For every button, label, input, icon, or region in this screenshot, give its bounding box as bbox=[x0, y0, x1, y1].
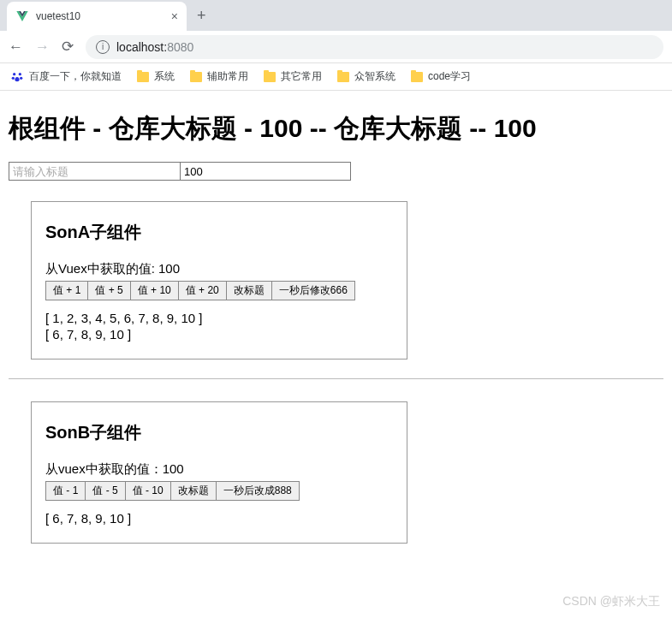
son-a-component: SonA子组件 从Vuex中获取的值: 100 值 + 1 值 + 5 值 + … bbox=[31, 201, 407, 360]
bookmark-folder-2[interactable]: 其它常用 bbox=[264, 69, 322, 84]
folder-icon bbox=[337, 72, 349, 82]
bookmarks-bar: 百度一下，你就知道 系统 辅助常用 其它常用 众智系统 code学习 bbox=[0, 63, 672, 91]
btn-plus-5[interactable]: 值 + 5 bbox=[87, 281, 130, 300]
folder-icon bbox=[190, 72, 202, 82]
bookmark-label: 众智系统 bbox=[354, 69, 395, 84]
btn-delay-888[interactable]: 一秒后改成888 bbox=[216, 481, 300, 501]
bookmark-folder-4[interactable]: code学习 bbox=[411, 69, 471, 84]
son-b-buttons: 值 - 1 值 - 5 值 - 10 改标题 一秒后改成888 bbox=[45, 481, 393, 501]
son-b-array-1: [ 6, 7, 8, 9, 10 ] bbox=[45, 511, 393, 526]
svg-point-3 bbox=[20, 76, 22, 79]
reload-icon[interactable]: ⟳ bbox=[62, 38, 74, 56]
folder-icon bbox=[411, 72, 423, 82]
address-bar[interactable]: i localhost:8080 bbox=[86, 35, 663, 59]
bookmark-label: 辅助常用 bbox=[207, 69, 248, 84]
bookmark-label: 其它常用 bbox=[281, 69, 322, 84]
son-b-title: SonB子组件 bbox=[45, 421, 393, 444]
son-a-array-2: [ 6, 7, 8, 9, 10 ] bbox=[45, 327, 393, 342]
btn-plus-10[interactable]: 值 + 10 bbox=[130, 281, 179, 300]
bookmark-baidu[interactable]: 百度一下，你就知道 bbox=[10, 69, 122, 84]
tab-title: vuetest10 bbox=[36, 10, 164, 22]
svg-point-2 bbox=[12, 76, 15, 79]
bookmark-folder-3[interactable]: 众智系统 bbox=[337, 69, 395, 84]
divider bbox=[9, 378, 663, 379]
btn-plus-1[interactable]: 值 + 1 bbox=[45, 281, 88, 300]
browser-toolbar: ← → ⟳ i localhost:8080 bbox=[0, 31, 672, 63]
son-b-value-label: 从vuex中获取的值：100 bbox=[45, 461, 393, 478]
btn-delay-666[interactable]: 一秒后修改666 bbox=[271, 281, 355, 300]
tab-bar: vuetest10 × + bbox=[0, 0, 672, 31]
browser-chrome: vuetest10 × + ← → ⟳ i localhost:8080 百度一… bbox=[0, 0, 672, 91]
btn-minus-10[interactable]: 值 - 10 bbox=[125, 481, 171, 501]
bookmark-folder-0[interactable]: 系统 bbox=[137, 69, 175, 84]
browser-tab[interactable]: vuetest10 × bbox=[7, 2, 187, 31]
son-a-array-1: [ 1, 2, 3, 4, 5, 6, 7, 8, 9, 10 ] bbox=[45, 311, 393, 325]
url-text: localhost:8080 bbox=[116, 40, 193, 54]
son-a-buttons: 值 + 1 值 + 5 值 + 10 值 + 20 改标题 一秒后修改666 bbox=[45, 281, 393, 300]
count-input[interactable] bbox=[180, 162, 351, 181]
folder-icon bbox=[137, 72, 149, 82]
bookmark-folder-1[interactable]: 辅助常用 bbox=[190, 69, 248, 84]
bookmark-label: 百度一下，你就知道 bbox=[29, 69, 122, 84]
son-b-component: SonB子组件 从vuex中获取的值：100 值 - 1 值 - 5 值 - 1… bbox=[31, 401, 407, 544]
title-input[interactable] bbox=[9, 162, 180, 181]
page-content: 根组件 - 仓库大标题 - 100 -- 仓库大标题 -- 100 SonA子组… bbox=[0, 91, 672, 552]
svg-point-0 bbox=[13, 73, 15, 75]
tab-close-icon[interactable]: × bbox=[171, 9, 178, 23]
btn-minus-5[interactable]: 值 - 5 bbox=[85, 481, 125, 501]
btn-change-title-b[interactable]: 改标题 bbox=[170, 481, 217, 501]
btn-change-title-a[interactable]: 改标题 bbox=[226, 281, 272, 300]
input-row bbox=[9, 162, 663, 181]
forward-icon[interactable]: → bbox=[35, 39, 50, 56]
new-tab-icon[interactable]: + bbox=[197, 7, 206, 25]
baidu-icon bbox=[10, 70, 24, 84]
btn-plus-20[interactable]: 值 + 20 bbox=[178, 281, 227, 300]
info-icon[interactable]: i bbox=[96, 40, 110, 54]
btn-minus-1[interactable]: 值 - 1 bbox=[45, 481, 86, 501]
vue-favicon bbox=[15, 9, 29, 23]
son-a-title: SonA子组件 bbox=[45, 221, 393, 244]
back-icon[interactable]: ← bbox=[9, 39, 23, 56]
bookmark-label: 系统 bbox=[154, 69, 175, 84]
svg-point-1 bbox=[19, 73, 21, 75]
son-a-value-label: 从Vuex中获取的值: 100 bbox=[45, 261, 393, 277]
bookmark-label: code学习 bbox=[428, 69, 471, 84]
folder-icon bbox=[264, 72, 276, 82]
page-title: 根组件 - 仓库大标题 - 100 -- 仓库大标题 -- 100 bbox=[9, 111, 663, 146]
watermark: CSDN @虾米大王 bbox=[562, 594, 660, 609]
